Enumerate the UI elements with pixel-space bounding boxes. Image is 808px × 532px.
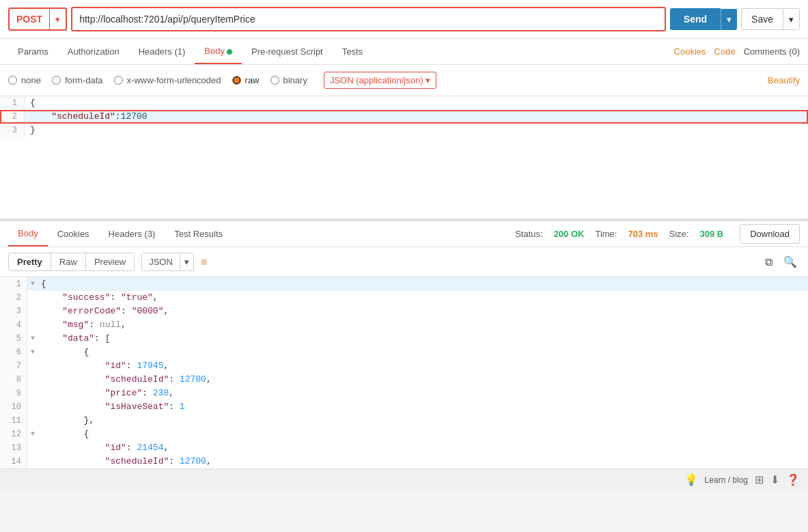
resp-line-2: 2 "success": "true", (0, 291, 808, 305)
resp-line-6: 6 ▼ { (0, 346, 808, 359)
json-dropdown-arrow: ▾ (426, 75, 430, 85)
radio-form-data[interactable]: form-data (52, 75, 103, 85)
request-body-editor[interactable]: 1 { 2 "scheduleId":12700 3 } (0, 96, 808, 219)
req-code-line-3: 3 } (0, 124, 808, 137)
resp-line-12: 12 ▼ { (0, 428, 808, 441)
tab-params[interactable]: Params (8, 40, 58, 64)
resp-line-5: 5 ▼ "data": [ (0, 332, 808, 346)
grid-icon[interactable]: ⊞ (755, 473, 764, 486)
response-code-area[interactable]: 1 ▼ { 2 "success": "true", 3 "errorCode"… (0, 277, 808, 468)
body-options: none form-data x-www-form-urlencoded raw… (0, 65, 808, 96)
save-dropdown-arrow[interactable]: ▾ (783, 10, 799, 29)
resp-tab-cookies[interactable]: Cookies (48, 222, 99, 246)
toolbar-right: ⧉ 🔍 (762, 254, 800, 270)
download-bottom-icon[interactable]: ⬇ (770, 473, 779, 486)
resp-tab-test-results[interactable]: Test Results (165, 222, 232, 246)
req-code-line-1: 1 { (0, 96, 808, 110)
resp-line-7: 7 "id": 17945, (0, 359, 808, 373)
send-dropdown-arrow[interactable]: ▾ (721, 9, 737, 30)
resp-line-4: 4 "msg": null, (0, 318, 808, 332)
resp-line-10: 10 "isHaveSeat": 1 (0, 400, 808, 414)
learn-label[interactable]: Learn / blog (705, 475, 748, 485)
resp-line-13: 13 "id": 21454, (0, 441, 808, 455)
download-button[interactable]: Download (740, 224, 800, 244)
save-button[interactable]: Save (742, 9, 783, 29)
radio-none[interactable]: none (8, 75, 41, 85)
bottom-bar: 💡 Learn / blog ⊞ ⬇ ❓ (0, 468, 808, 490)
pretty-button[interactable]: Pretty (9, 253, 51, 270)
format-group: Pretty Raw Preview (8, 253, 135, 271)
tab-prerequest[interactable]: Pre-request Script (242, 40, 333, 64)
copy-icon[interactable]: ⧉ (762, 254, 775, 270)
resp-line-8: 8 "scheduleId": 12700, (0, 373, 808, 387)
beautify-button[interactable]: Beautify (768, 75, 800, 85)
resp-line-3: 3 "errorCode": "0000", (0, 305, 808, 318)
response-tabs-bar: Body Cookies Headers (3) Test Results St… (0, 219, 808, 247)
send-button[interactable]: Send (670, 8, 721, 30)
send-button-group: Send ▾ (670, 8, 737, 30)
top-bar: POST ▾ Send ▾ Save ▾ (0, 0, 808, 39)
radio-urlencoded[interactable]: x-www-form-urlencoded (114, 75, 221, 85)
json-format-group: JSON ▾ (141, 253, 194, 271)
response-section: Body Cookies Headers (3) Test Results St… (0, 219, 808, 468)
url-input[interactable] (71, 7, 666, 31)
tab-authorization[interactable]: Authorization (58, 40, 129, 64)
response-toolbar: Pretty Raw Preview JSON ▾ ≡ ⧉ 🔍 (0, 247, 808, 277)
resp-line-11: 11 }, (0, 414, 808, 428)
resp-line-14: 14 "scheduleId": 12700, (0, 455, 808, 468)
resp-line-9: 9 "price": 238, (0, 387, 808, 400)
radio-binary[interactable]: binary (270, 75, 307, 85)
bulb-icon[interactable]: 💡 (684, 473, 698, 486)
tab-body[interactable]: Body (195, 39, 242, 64)
radio-raw[interactable]: raw (232, 75, 260, 85)
json-format-arrow[interactable]: ▾ (180, 253, 193, 270)
raw-button[interactable]: Raw (51, 253, 86, 270)
preview-button[interactable]: Preview (86, 253, 134, 270)
comments-link[interactable]: Comments (0) (744, 46, 800, 57)
code-link[interactable]: Code (714, 46, 736, 57)
search-icon[interactable]: 🔍 (781, 254, 800, 270)
method-label: POST (10, 9, 49, 29)
resp-tab-headers[interactable]: Headers (3) (99, 222, 165, 246)
cookies-link[interactable]: Cookies (674, 46, 706, 57)
tab-headers[interactable]: Headers (1) (129, 40, 195, 64)
method-dropdown[interactable]: POST ▾ (8, 8, 67, 31)
resp-line-1: 1 ▼ { (0, 277, 808, 291)
req-code-line-2: 2 "scheduleId":12700 (0, 110, 808, 124)
tab-tests[interactable]: Tests (333, 40, 372, 64)
sort-icon[interactable]: ≡ (201, 256, 207, 268)
help-icon[interactable]: ❓ (786, 473, 800, 486)
body-active-dot (227, 49, 232, 55)
request-tabs: Params Authorization Headers (1) Body Pr… (0, 39, 808, 65)
status-bar: Status: 200 OK Time: 703 ms Size: 309 B … (515, 224, 800, 244)
json-type-dropdown[interactable]: JSON (application/json) ▾ (324, 72, 437, 89)
resp-tab-body[interactable]: Body (8, 221, 48, 247)
method-arrow-icon[interactable]: ▾ (49, 10, 66, 29)
json-format-button[interactable]: JSON (142, 253, 180, 270)
save-button-group: Save ▾ (741, 8, 800, 30)
json-type-label: JSON (application/json) (330, 75, 423, 85)
tab-right-links: Cookies Code Comments (0) (674, 46, 800, 57)
